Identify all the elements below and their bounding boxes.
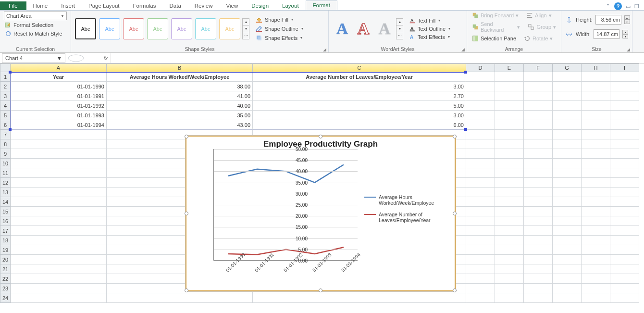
tab-layout[interactable]: Layout — [275, 1, 306, 10]
cell-E10[interactable] — [495, 159, 524, 168]
cell-F8[interactable] — [524, 139, 553, 149]
resize-handle[interactable] — [185, 212, 188, 215]
shape-style-swatch[interactable]: Abc — [75, 18, 96, 39]
chart-series-line[interactable] — [228, 164, 344, 182]
shape-style-swatch[interactable]: Abc — [171, 18, 192, 39]
cell-B4[interactable]: 40.00 — [107, 101, 253, 111]
restore-icon[interactable]: ❐ — [634, 3, 639, 10]
shape-fill-button[interactable]: Shape Fill▾ — [255, 16, 303, 24]
row-header[interactable]: 10 — [0, 159, 11, 168]
cell-F23[interactable] — [524, 284, 553, 293]
cell-H5[interactable] — [582, 111, 610, 120]
cell-A14[interactable] — [11, 197, 107, 207]
cell-G20[interactable] — [553, 255, 582, 264]
cell-I11[interactable] — [610, 168, 639, 178]
resize-handle[interactable] — [185, 288, 188, 292]
cell-D10[interactable] — [466, 159, 495, 168]
cell-D17[interactable] — [466, 226, 495, 236]
cell-B1[interactable]: Average Hours Worked/Week/Employee — [107, 72, 253, 82]
resize-handle[interactable] — [453, 135, 457, 138]
cell-E4[interactable] — [495, 101, 524, 111]
cell-A20[interactable] — [11, 255, 107, 264]
col-header-I[interactable]: I — [610, 63, 639, 72]
cell-C3[interactable]: 2.70 — [253, 91, 466, 101]
plot-area[interactable] — [213, 149, 358, 261]
shape-outline-button[interactable]: Shape Outline▾ — [255, 25, 303, 33]
cell-A21[interactable] — [11, 264, 107, 274]
cell-I9[interactable] — [610, 149, 639, 159]
tab-data[interactable]: Data — [163, 1, 188, 10]
cell-H11[interactable] — [582, 168, 610, 178]
cell-F20[interactable] — [524, 255, 553, 264]
row-header[interactable]: 21 — [0, 264, 11, 274]
cell-D7[interactable] — [466, 130, 495, 139]
cell-G11[interactable] — [553, 168, 582, 178]
shape-style-swatch[interactable]: Abc — [219, 18, 240, 39]
row-header[interactable]: 9 — [0, 149, 11, 159]
cell-F13[interactable] — [524, 188, 553, 197]
col-header-G[interactable]: G — [553, 63, 582, 72]
row-header[interactable]: 19 — [0, 245, 11, 255]
cell-H14[interactable] — [582, 197, 610, 207]
wordart-style-1[interactable]: A — [333, 18, 352, 39]
cell-G19[interactable] — [553, 245, 582, 255]
cell-G21[interactable] — [553, 264, 582, 274]
cell-H9[interactable] — [582, 149, 610, 159]
legend-item[interactable]: Average Hours Worked/Week/Employee — [364, 194, 446, 206]
col-header-F[interactable]: F — [524, 63, 553, 72]
cell-I20[interactable] — [610, 255, 639, 264]
cell-I1[interactable] — [610, 72, 639, 82]
cell-F1[interactable] — [524, 72, 553, 82]
tab-view[interactable]: View — [220, 1, 245, 10]
row-header[interactable]: 12 — [0, 178, 11, 188]
cell-F2[interactable] — [524, 82, 553, 91]
cell-I13[interactable] — [610, 188, 639, 197]
row-header[interactable]: 13 — [0, 188, 11, 197]
cell-H20[interactable] — [582, 255, 610, 264]
cell-C6[interactable]: 6.00 — [253, 120, 466, 130]
format-selection-button[interactable]: Format Selection — [4, 21, 67, 29]
fx-icon[interactable]: fx — [85, 55, 111, 61]
cell-I15[interactable] — [610, 207, 639, 216]
cell-D5[interactable] — [466, 111, 495, 120]
cell-D12[interactable] — [466, 178, 495, 188]
cell-E6[interactable] — [495, 120, 524, 130]
resize-handle[interactable] — [319, 135, 322, 138]
cell-D8[interactable] — [466, 139, 495, 149]
col-header-E[interactable]: E — [495, 63, 524, 72]
cell-C1[interactable]: Average Number of Leaves/Employee/Year — [253, 72, 466, 82]
cell-H19[interactable] — [582, 245, 610, 255]
cell-G8[interactable] — [553, 139, 582, 149]
cell-C2[interactable]: 3.00 — [253, 82, 466, 91]
shape-style-gallery[interactable]: AbcAbcAbcAbcAbcAbcAbc — [75, 18, 240, 39]
tab-review[interactable]: Review — [188, 1, 220, 10]
row-header[interactable]: 7 — [0, 130, 11, 139]
cell-A1[interactable]: Year — [11, 72, 107, 82]
cell-H13[interactable] — [582, 188, 610, 197]
tab-file[interactable]: File — [0, 1, 26, 10]
cell-A22[interactable] — [11, 274, 107, 284]
cell-F22[interactable] — [524, 274, 553, 284]
cell-A9[interactable] — [11, 149, 107, 159]
row-header[interactable]: 18 — [0, 236, 11, 245]
cell-E5[interactable] — [495, 111, 524, 120]
cell-H6[interactable] — [582, 120, 610, 130]
cell-H21[interactable] — [582, 264, 610, 274]
cell-E2[interactable] — [495, 82, 524, 91]
cell-D16[interactable] — [466, 216, 495, 226]
cell-E9[interactable] — [495, 149, 524, 159]
cell-B3[interactable]: 41.00 — [107, 91, 253, 101]
dialog-launcher-icon[interactable]: ◢ — [627, 47, 630, 52]
cell-E1[interactable] — [495, 72, 524, 82]
cell-C4[interactable]: 5.00 — [253, 101, 466, 111]
cell-D21[interactable] — [466, 264, 495, 274]
cell-E15[interactable] — [495, 207, 524, 216]
cell-G17[interactable] — [553, 226, 582, 236]
cell-I5[interactable] — [610, 111, 639, 120]
cell-A7[interactable] — [11, 130, 107, 139]
cell-I14[interactable] — [610, 197, 639, 207]
row-header[interactable]: 4 — [0, 101, 11, 111]
tab-home[interactable]: Home — [26, 1, 55, 10]
tab-formulas[interactable]: Formulas — [126, 1, 163, 10]
row-header[interactable]: 22 — [0, 274, 11, 284]
